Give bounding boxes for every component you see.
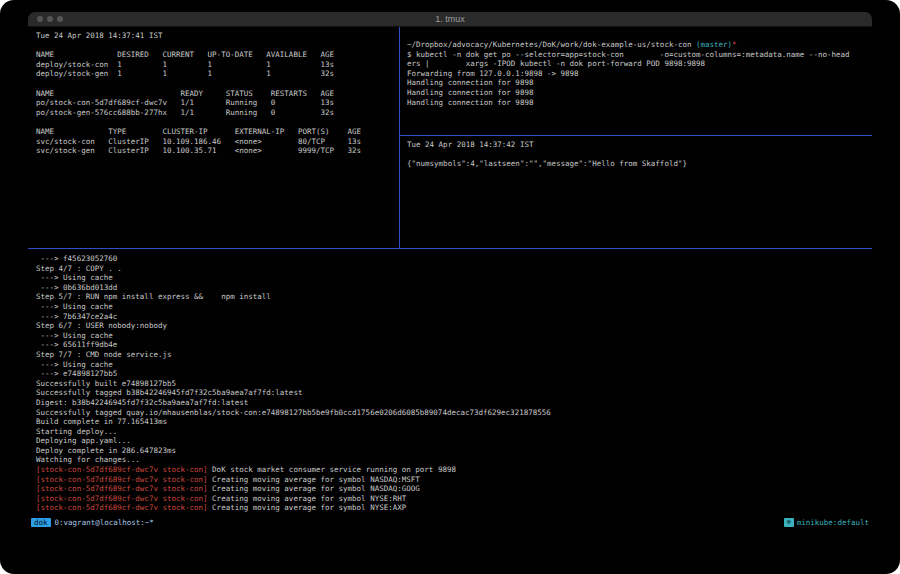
terminal-line: ---> 0b636bd013dd: [36, 283, 872, 293]
terminal-line: [407, 150, 872, 160]
terminal-line: ---> Using cache: [36, 302, 872, 312]
terminal-line: {"numsymbols":4,"lastseen":"","message":…: [407, 159, 872, 169]
titlebar: 1. tmux: [28, 12, 872, 27]
zoom-button[interactable]: [57, 16, 63, 22]
terminal-line: Handling connection for 9898: [407, 88, 872, 98]
terminal-line: Deploy complete in 286.647823ms: [36, 446, 872, 456]
terminal-line: Forwarding from 127.0.0.1:9898 -> 9898: [407, 69, 872, 79]
terminal-line: Tue 24 Apr 2018 14:37:41 IST: [36, 31, 399, 41]
kube-context: minikube:default: [797, 518, 869, 527]
terminal-line: ---> Using cache: [36, 360, 872, 370]
terminal-line: ers | xargs -IPOD kubectl -n dok port-fo…: [407, 59, 872, 69]
terminal-line: [stock-con-5d7df689cf-dwc7v stock-con] C…: [36, 475, 872, 485]
window-tab[interactable]: 0:vagrant@localhost:~*: [55, 518, 154, 527]
terminal-line: [stock-con-5d7df689cf-dwc7v stock-con] C…: [36, 494, 872, 504]
terminal-line: Successfully tagged quay.io/mhausenblas/…: [36, 408, 872, 418]
terminal-line: [stock-con-5d7df689cf-dwc7v stock-con] C…: [36, 484, 872, 494]
terminal-line: Handling connection for 9898: [407, 98, 872, 108]
terminal-line: ---> Using cache: [36, 273, 872, 283]
terminal-line: ~/Dropbox/advocacy/Kubernetes/DoK/work/d…: [407, 40, 872, 50]
session-badge: dok: [31, 518, 51, 527]
terminal-line: [stock-con-5d7df689cf-dwc7v stock-con] C…: [36, 503, 872, 513]
terminal-line: Digest: b38b42246945fd7f32c5ba9aea7af7fd…: [36, 398, 872, 408]
pane-skaffold-log[interactable]: ---> f45623052760Step 4/7 : COPY . . ---…: [28, 249, 872, 516]
pane-port-forward[interactable]: ~/Dropbox/advocacy/Kubernetes/DoK/work/d…: [400, 27, 872, 135]
terminal-line: Watching for changes...: [36, 455, 872, 465]
terminal-line: Step 5/7 : RUN npm install express && np…: [36, 292, 872, 302]
terminal-line: ---> 7b6347ce2a4c: [36, 312, 872, 322]
tmux-status-bar: dok 0:vagrant@localhost:~* ⎈ minikube:de…: [28, 516, 872, 528]
terminal-line: NAME DESIRED CURRENT UP-TO-DATE AVAILABL…: [36, 50, 399, 60]
top-panes: Tue 24 Apr 2018 14:37:41 IST NAME DESIRE…: [28, 27, 872, 248]
status-right: ⎈ minikube:default: [784, 518, 869, 527]
terminal-line: Starting deploy...: [36, 427, 872, 437]
terminal-line: $ kubectl -n dok get po --selector=app=s…: [407, 50, 872, 60]
terminal-line: ---> f45623052760: [36, 254, 872, 264]
window-title: 1. tmux: [28, 14, 872, 24]
pane-http-response[interactable]: Tue 24 Apr 2018 14:37:42 IST {"numsymbol…: [400, 136, 872, 248]
close-button[interactable]: [37, 16, 43, 22]
right-pane-column: ~/Dropbox/advocacy/Kubernetes/DoK/work/d…: [400, 27, 872, 248]
terminal-content: Tue 24 Apr 2018 14:37:41 IST NAME DESIRE…: [28, 27, 872, 548]
terminal-line: ---> Using cache: [36, 331, 872, 341]
terminal-line: ---> e74898127bb5: [36, 369, 872, 379]
terminal-window: 1. tmux Tue 24 Apr 2018 14:37:41 IST NAM…: [28, 12, 872, 548]
terminal-line: po/stock-con-5d7df689cf-dwc7v 1/1 Runnin…: [36, 98, 399, 108]
terminal-line: NAME READY STATUS RESTARTS AGE: [36, 89, 399, 99]
terminal-line: [stock-con-5d7df689cf-dwc7v stock-con] D…: [36, 465, 872, 475]
terminal-line: Build complete in 77.165413ms: [36, 417, 872, 427]
terminal-line: [36, 79, 399, 89]
terminal-line: Successfully tagged b38b42246945fd7f32c5…: [36, 388, 872, 398]
terminal-line: Successfully built e74898127bb5: [36, 379, 872, 389]
terminal-line: deploy/stock-con 1 1 1 1 13s: [36, 60, 399, 70]
terminal-line: [36, 117, 399, 127]
terminal-line: deploy/stock-gen 1 1 1 1 32s: [36, 69, 399, 79]
kubernetes-icon: ⎈: [784, 518, 794, 527]
terminal-line: Step 7/7 : CMD node service.js: [36, 350, 872, 360]
window-controls: [37, 16, 63, 22]
terminal-line: Deploying app.yaml...: [36, 436, 872, 446]
minimize-button[interactable]: [47, 16, 53, 22]
terminal-line: Step 4/7 : COPY . .: [36, 264, 872, 274]
terminal-line: [36, 41, 399, 51]
terminal-line: Tue 24 Apr 2018 14:37:42 IST: [407, 140, 872, 150]
terminal-line: svc/stock-con ClusterIP 10.109.186.46 <n…: [36, 137, 399, 147]
terminal-line: NAME TYPE CLUSTER-IP EXTERNAL-IP PORT(S)…: [36, 127, 399, 137]
screen: 1. tmux Tue 24 Apr 2018 14:37:41 IST NAM…: [0, 0, 900, 574]
terminal-line: ---> 65611ff9db4e: [36, 340, 872, 350]
terminal-line: po/stock-gen-576cc688bb-277hx 1/1 Runnin…: [36, 108, 399, 118]
terminal-line: svc/stock-gen ClusterIP 10.100.35.71 <no…: [36, 146, 399, 156]
terminal-line: Handling connection for 9898: [407, 78, 872, 88]
terminal-line: Step 6/7 : USER nobody:nobody: [36, 321, 872, 331]
pane-kubectl-watch[interactable]: Tue 24 Apr 2018 14:37:41 IST NAME DESIRE…: [28, 27, 399, 248]
